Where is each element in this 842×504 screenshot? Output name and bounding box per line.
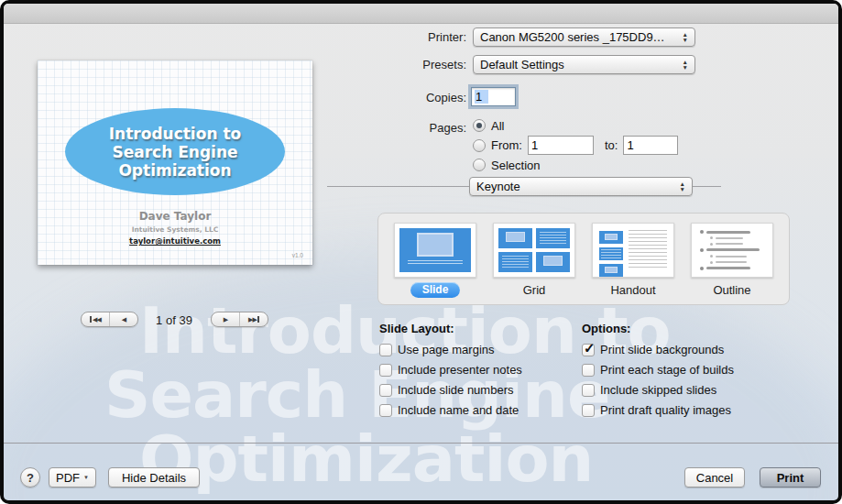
page-indicator: 1 of 39 [141, 313, 207, 327]
last-page-bar-icon [257, 316, 259, 323]
pages-from-value: 1 [531, 138, 538, 152]
slide-layout-section: Slide Layout: Use page margins Include p… [379, 322, 576, 423]
pages-all-label: All [491, 119, 504, 133]
cancel-label: Cancel [696, 471, 733, 485]
pages-from-input[interactable]: 1 [528, 136, 594, 155]
arrow-down-icon: ▼ [680, 187, 685, 192]
cancel-button[interactable]: Cancel [684, 467, 745, 488]
fast-forward-icon: ▶▶ [248, 316, 257, 323]
previous-page-button[interactable]: ◀ [109, 312, 137, 326]
slide-version: v1.0 [292, 252, 303, 258]
pages-to-value: 1 [627, 138, 633, 152]
layout-mode-handout-label: Handout [610, 282, 655, 298]
arrow-down-icon: ▼ [683, 65, 688, 71]
options-section: Options: ✓ Print slide backgrounds Print… [582, 322, 783, 423]
include-name-and-date-label: Include name and date [398, 403, 519, 417]
screenshot-frame: Introduction to Search Engine Optimizati… [0, 0, 842, 504]
slide-thumbnail-icon [394, 223, 476, 278]
printer-label: Printer: [352, 30, 466, 44]
app-section-popup[interactable]: Keynote ▲ ▼ [469, 177, 693, 196]
popup-stepper-icon: ▲ ▼ [674, 181, 685, 192]
slide-title-ellipse: Introduction to Search Engine Optimizati… [65, 108, 285, 195]
include-presenter-notes-checkbox[interactable] [379, 364, 392, 377]
checkmark-icon: ✓ [584, 340, 596, 356]
pdf-button-label: PDF [56, 471, 80, 485]
use-page-margins-label: Use page margins [398, 343, 495, 356]
slide-title-line: Search Engine [112, 143, 237, 161]
pages-selection-radio[interactable] [473, 159, 486, 171]
print-draft-quality-images-label: Print draft quality images [600, 403, 731, 417]
pages-group: All From: 1 to: 1 Selection [473, 118, 678, 172]
first-page-button[interactable]: ◀◀ [82, 312, 109, 326]
include-presenter-notes-label: Include presenter notes [398, 363, 522, 377]
slide-email: taylor@intuitive.com [38, 236, 312, 246]
layout-mode-outline[interactable]: Outline [687, 223, 777, 299]
watermark-line: Optimization [139, 422, 593, 497]
presets-popup-value: Default Settings [480, 58, 564, 71]
copies-input[interactable]: 1 [471, 87, 516, 106]
pages-selection-label: Selection [491, 159, 540, 172]
use-page-margins-checkbox[interactable] [379, 344, 392, 356]
layout-mode-slide[interactable]: Slide [390, 223, 480, 299]
help-button[interactable]: ? [20, 467, 40, 488]
pages-to-input[interactable]: 1 [623, 136, 678, 155]
popup-stepper-icon: ▲ ▼ [677, 32, 688, 42]
include-slide-numbers-checkbox[interactable] [379, 384, 392, 397]
print-each-stage-of-builds-checkbox[interactable] [582, 364, 595, 377]
print-draft-quality-images-checkbox[interactable] [582, 404, 595, 417]
first-page-bar-icon [90, 316, 92, 323]
question-mark-icon: ? [27, 471, 34, 485]
outline-thumbnail-icon [691, 223, 773, 278]
layout-mode-outline-label: Outline [713, 282, 750, 298]
layout-mode-slide-label: Slide [410, 282, 461, 298]
include-skipped-slides-checkbox[interactable] [582, 384, 595, 397]
printer-popup[interactable]: Canon MG5200 series _175DD9… ▲ ▼ [473, 27, 695, 47]
print-slide-backgrounds-checkbox[interactable]: ✓ [582, 344, 595, 356]
slide-company: Intuitive Systems, LLC [38, 225, 312, 234]
copies-value: 1 [475, 90, 488, 104]
pages-all-radio[interactable] [473, 119, 486, 132]
presets-popup[interactable]: Default Settings ▲ ▼ [473, 55, 695, 74]
layout-mode-grid[interactable]: Grid [489, 223, 579, 299]
print-label: Print [777, 471, 804, 485]
layout-mode-handout[interactable]: Handout [588, 223, 678, 299]
dropdown-arrow-icon: ▼ [83, 475, 89, 480]
include-name-and-date-checkbox[interactable] [379, 404, 392, 417]
print-each-stage-of-builds-label: Print each stage of builds [600, 363, 734, 377]
print-slide-backgrounds-label: Print slide backgrounds [600, 343, 724, 356]
pages-from-label: From: [491, 138, 522, 152]
slide-layout-title: Slide Layout: [379, 322, 576, 335]
app-section-value: Keynote [476, 180, 520, 193]
pages-from-radio[interactable] [473, 139, 486, 152]
layout-mode-chooser: Slide Grid [377, 213, 790, 305]
grid-thumbnail-icon [493, 223, 575, 278]
include-skipped-slides-label: Include skipped slides [600, 383, 716, 397]
slide-author: Dave Taylor [38, 210, 312, 223]
slide-title-line: Optimization [118, 161, 231, 180]
print-preview-slide: Introduction to Search Engine Optimizati… [38, 60, 312, 265]
layout-mode-grid-label: Grid [523, 282, 546, 298]
pdf-menu-button[interactable]: PDF ▼ [49, 467, 96, 488]
print-dialog: Introduction to Search Engine Optimizati… [4, 4, 838, 500]
presets-label: Presets: [352, 58, 466, 71]
footer-divider [4, 443, 838, 444]
nav-back-group: ◀◀ ◀ [81, 312, 138, 327]
printer-popup-value: Canon MG5200 series _175DD9… [480, 30, 665, 44]
slide-title-line: Introduction to [109, 125, 241, 143]
window-titlebar [4, 4, 838, 24]
rewind-icon: ◀◀ [93, 316, 101, 323]
include-slide-numbers-label: Include slide numbers [398, 383, 513, 397]
next-page-button[interactable]: ▶ [212, 312, 239, 326]
next-icon: ▶ [224, 316, 227, 323]
last-page-button[interactable]: ▶▶ [239, 312, 268, 326]
popup-stepper-icon: ▲ ▼ [677, 60, 688, 70]
pages-label: Pages: [352, 121, 466, 135]
pages-to-label: to: [605, 138, 618, 152]
options-title: Options: [582, 322, 783, 335]
copies-label: Copies: [352, 91, 466, 104]
arrow-down-icon: ▼ [683, 38, 688, 43]
print-button[interactable]: Print [760, 467, 821, 488]
hide-details-button[interactable]: Hide Details [108, 467, 200, 488]
nav-forward-group: ▶ ▶▶ [211, 312, 268, 327]
handout-thumbnail-icon [592, 223, 674, 278]
